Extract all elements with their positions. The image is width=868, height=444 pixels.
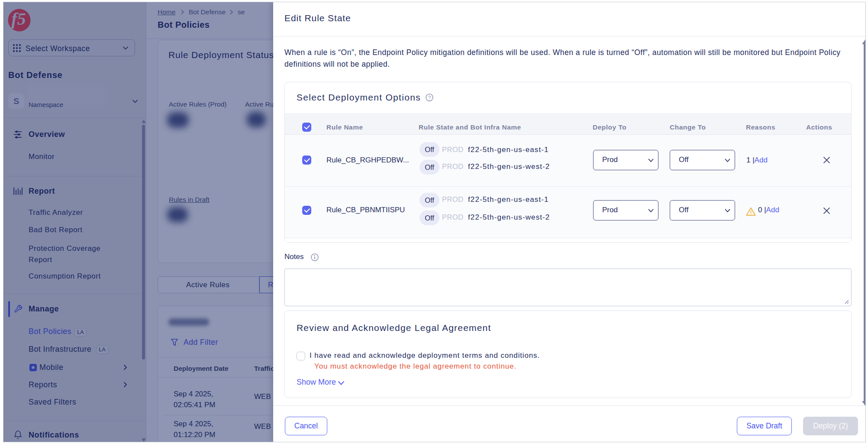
svg-text:?: ?: [428, 95, 431, 100]
